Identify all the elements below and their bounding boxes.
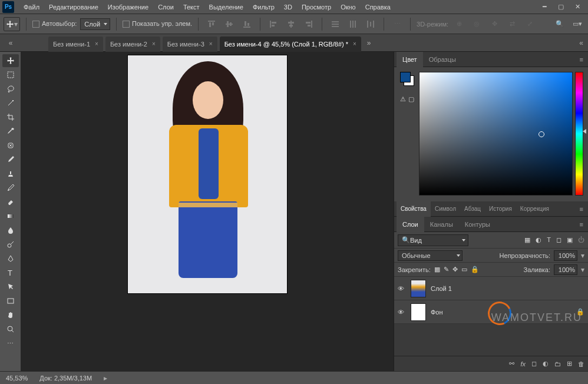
show-transform-checkbox[interactable]: Показать упр. элем.	[123, 20, 192, 28]
menu-справка[interactable]: Справка	[361, 0, 395, 14]
panel-menu-icon[interactable]: ≡	[575, 206, 588, 213]
document-canvas[interactable]	[128, 55, 287, 293]
gamut-warning-icon[interactable]: ⚠ ▢	[400, 95, 414, 103]
lock-artboard-icon[interactable]: ▭	[461, 266, 467, 273]
3d-pan-icon[interactable]: ✥	[487, 18, 501, 31]
fill-input[interactable]: 100%	[554, 264, 577, 275]
brush-tool[interactable]	[2, 153, 19, 166]
crop-tool[interactable]	[2, 111, 19, 124]
zoom-level[interactable]: 45,53%	[6, 375, 28, 382]
layer-thumbnail[interactable]	[411, 280, 426, 297]
menu-файл[interactable]: Файл	[19, 0, 44, 14]
lock-pixels-icon[interactable]: ▩	[434, 266, 440, 273]
tab-character[interactable]: Символ	[431, 201, 460, 217]
new-layer-icon[interactable]: ⊞	[567, 360, 572, 368]
auto-select-target-dropdown[interactable]: Слой	[80, 18, 110, 30]
more-icon[interactable]: ⋯	[390, 18, 404, 31]
zoom-tool[interactable]	[2, 323, 19, 336]
hue-slider[interactable]	[575, 72, 583, 196]
pen-tool[interactable]	[2, 252, 19, 265]
tab-swatches[interactable]: Образцы	[423, 52, 462, 67]
hand-tool[interactable]	[2, 309, 19, 322]
menu-редактирование[interactable]: Редактирование	[44, 0, 103, 14]
panel-menu-icon[interactable]: ≡	[575, 56, 588, 63]
dist-1-icon[interactable]	[328, 18, 342, 31]
color-field[interactable]	[419, 72, 573, 196]
tab-adjustments[interactable]: Коррекция	[516, 201, 553, 217]
filter-smart-icon[interactable]: ▣	[567, 236, 573, 244]
document-tab[interactable]: Без имени-2×	[105, 37, 160, 52]
close-tab-icon[interactable]: ×	[152, 41, 156, 47]
type-tool[interactable]: T	[2, 266, 19, 279]
filter-pixel-icon[interactable]: ▦	[524, 236, 530, 244]
opacity-dropdown-icon[interactable]: ▾	[581, 251, 584, 260]
menu-слои[interactable]: Слои	[153, 0, 179, 14]
3d-slide-icon[interactable]: ⇄	[505, 18, 519, 31]
canvas-area[interactable]	[21, 52, 394, 371]
align-hmid-icon[interactable]	[284, 18, 298, 31]
tab-history[interactable]: История	[485, 201, 516, 217]
layer-name[interactable]: Слой 1	[431, 285, 452, 292]
active-tool-indicator[interactable]: ▾	[4, 17, 20, 31]
filter-shape-icon[interactable]: ◻	[556, 236, 561, 244]
tab-color[interactable]: Цвет	[397, 52, 423, 67]
eraser-tool[interactable]	[2, 196, 19, 208]
clone-stamp-tool[interactable]	[2, 167, 19, 180]
tab-properties[interactable]: Свойства	[397, 201, 431, 217]
dodge-tool[interactable]	[2, 238, 19, 251]
lasso-tool[interactable]	[2, 82, 19, 95]
panel-menu-icon[interactable]: ≡	[575, 221, 588, 228]
edit-toolbar-icon[interactable]: ⋯	[2, 337, 19, 350]
lock-position-icon[interactable]: ✥	[452, 266, 458, 273]
doc-size[interactable]: Док: 2,35M/3,13M	[39, 375, 92, 382]
dist-2-icon[interactable]	[346, 18, 360, 31]
path-selection-tool[interactable]	[2, 280, 19, 293]
color-field-cursor[interactable]	[539, 131, 544, 137]
menu-окно[interactable]: Окно	[336, 0, 361, 14]
blend-mode-dropdown[interactable]: Обычные	[398, 250, 463, 261]
menu-изображение[interactable]: Изображение	[103, 0, 153, 14]
filter-type-icon[interactable]: T	[547, 236, 551, 244]
maximize-button[interactable]: ▢	[553, 1, 569, 13]
layer-visibility-icon[interactable]: 👁	[398, 309, 406, 316]
tab-channels[interactable]: Каналы	[424, 217, 459, 232]
magic-wand-tool[interactable]	[2, 97, 19, 110]
foreground-color-swatch[interactable]	[400, 72, 411, 82]
document-tab[interactable]: Без имени-3×	[163, 37, 217, 52]
close-tab-icon[interactable]: ×	[353, 41, 356, 47]
align-right-icon[interactable]	[302, 18, 316, 31]
align-vmid-icon[interactable]	[222, 18, 236, 31]
move-tool[interactable]	[2, 54, 19, 67]
filter-toggle-icon[interactable]: ⏻	[578, 236, 584, 244]
document-tab[interactable]: Без имени-1×	[48, 37, 103, 52]
layer-name[interactable]: Фон	[431, 309, 443, 316]
close-button[interactable]: ✕	[569, 1, 586, 13]
workspace-icon[interactable]: ▭▾	[570, 18, 584, 31]
tabs-overflow-icon[interactable]: »	[367, 39, 371, 47]
rectangle-tool[interactable]	[2, 294, 19, 307]
collapse-panels-icon[interactable]: «	[579, 39, 583, 47]
group-icon[interactable]: 🗀	[554, 360, 561, 368]
dist-3-icon[interactable]	[364, 18, 378, 31]
layer-thumbnail[interactable]	[411, 303, 426, 321]
healing-brush-tool[interactable]	[2, 139, 19, 152]
filter-adjust-icon[interactable]: ◐	[536, 236, 541, 244]
3d-orbit-icon[interactable]: ⊕	[452, 18, 466, 31]
menu-текст[interactable]: Текст	[179, 0, 204, 14]
blur-tool[interactable]	[2, 224, 19, 237]
menu-3d[interactable]: 3D	[279, 0, 297, 14]
foreground-background-swatch[interactable]	[400, 72, 414, 86]
document-tab[interactable]: Без имени-4 @ 45,5% (Слой 1, RGB/8#) *×	[220, 37, 361, 52]
collapse-toolbox-icon[interactable]: «	[9, 39, 13, 47]
align-top-icon[interactable]	[204, 18, 219, 31]
delete-layer-icon[interactable]: 🗑	[578, 360, 584, 368]
tab-paths[interactable]: Контуры	[459, 217, 496, 232]
history-brush-tool[interactable]	[2, 181, 19, 194]
layer-filter-kind-dropdown[interactable]: 🔍 Вид	[398, 234, 468, 246]
close-tab-icon[interactable]: ×	[209, 41, 213, 47]
eyedropper-tool[interactable]	[2, 125, 19, 138]
layer-mask-icon[interactable]: ◻	[531, 360, 537, 368]
marquee-tool[interactable]	[2, 68, 19, 81]
tab-paragraph[interactable]: Абзац	[460, 201, 485, 217]
search-icon[interactable]: 🔍	[553, 18, 567, 31]
